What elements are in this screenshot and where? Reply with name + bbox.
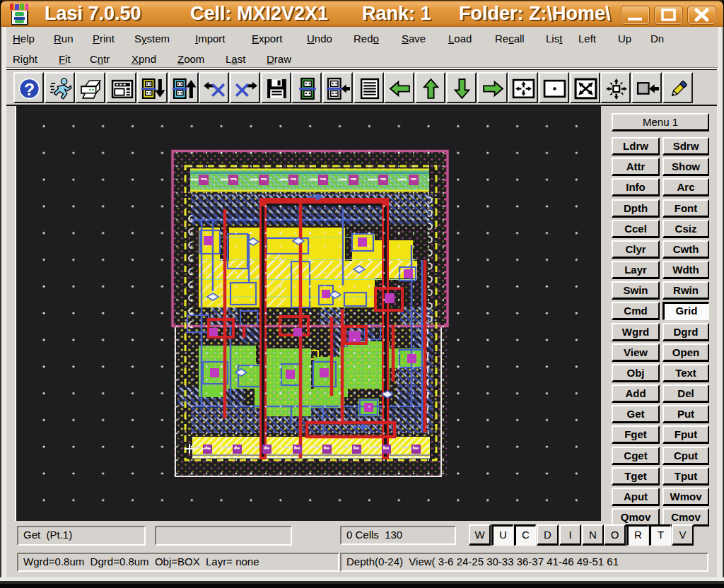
- svg-text:?: ?: [24, 80, 35, 99]
